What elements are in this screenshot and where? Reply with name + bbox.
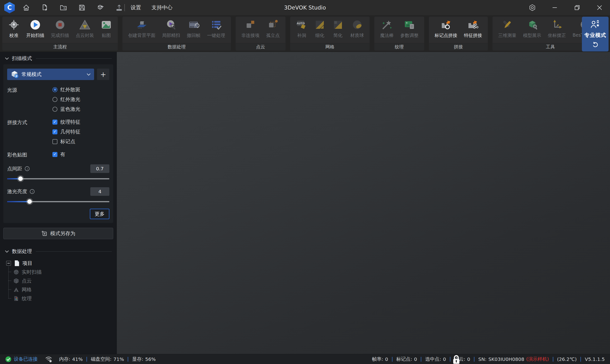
minimize-button[interactable]	[550, 3, 559, 12]
ribbon-item-marker-stitch[interactable]: 标记点拼接	[431, 19, 461, 39]
save-mode-as-button[interactable]: 模式另存为	[3, 228, 113, 239]
export-icon[interactable]	[115, 3, 123, 12]
finish-scan-icon	[54, 19, 66, 30]
material-ball-icon	[351, 19, 363, 30]
point-spacing-slider[interactable]	[7, 176, 109, 181]
checkbox-option-color-texture-on[interactable]: 有	[52, 151, 65, 158]
selected-point-count: 选中点: 0	[425, 356, 446, 362]
scan-mode-section-header[interactable]: 扫描模式	[0, 53, 117, 64]
new-project-icon[interactable]	[40, 3, 49, 12]
titlebar: C PJ 设置 支持中心 3DeVOK St	[0, 0, 610, 15]
ribbon-item-background-plane[interactable]: 创建背景平面	[125, 19, 159, 39]
scan-mode-dropdown[interactable]: P 常规模式	[7, 69, 94, 80]
scan-mode-card: P 常规模式 + 光源 红外散斑	[3, 64, 113, 223]
ribbon-item-one-click-process[interactable]: 一键处理	[204, 19, 229, 39]
radio	[52, 97, 57, 102]
tree-node-texture[interactable]: 纹理	[8, 294, 117, 303]
isolated-points-icon	[267, 19, 279, 30]
marker-count-value: 0	[414, 356, 417, 362]
collapse-expander-icon[interactable]	[6, 261, 11, 266]
laser-brightness-control: 激光亮度 i 4	[7, 187, 109, 204]
vram-label: 显存:	[132, 356, 143, 362]
ribbon-group-data-processing: 创建背景平面 局部精扫 撤回帧 一键处理 数据处理	[122, 17, 231, 51]
radio-option-infrared-laser[interactable]: 红外激光	[52, 96, 80, 103]
device-status-link[interactable]: 设备已连接	[14, 356, 38, 362]
slider-handle[interactable]	[18, 177, 23, 181]
disconnected-items-icon	[245, 19, 256, 30]
ribbon-item-pointcloud-wrap[interactable]: 点云封装	[72, 19, 97, 39]
background-plane-icon	[136, 19, 147, 30]
tree-node-mesh[interactable]: 网格	[8, 285, 117, 294]
pointcloud-wrap-icon	[79, 19, 91, 30]
ribbon-item-measure-3d[interactable]: 三维测量	[495, 19, 520, 39]
viewport-3d[interactable]	[117, 52, 610, 354]
ribbon-item-feature-stitch[interactable]: 特征拼接	[461, 19, 485, 39]
open-project-icon[interactable]: PJ	[59, 3, 68, 12]
laser-brightness-slider[interactable]	[7, 199, 109, 204]
ribbon-group-mesh: AUTO 补洞 细化 简化 材质球 网格	[290, 17, 370, 51]
ribbon-item-simplify[interactable]: 简化	[329, 19, 347, 39]
ribbon-item-refine[interactable]: 细化	[311, 19, 329, 39]
option-label: 纹理特征	[60, 119, 80, 125]
ribbon-group-label: 点云	[236, 43, 286, 51]
ribbon-item-isolated-points[interactable]: 孤立点	[263, 19, 283, 39]
ribbon-item-local-fine-scan[interactable]: 局部精扫	[159, 19, 183, 39]
save-icon[interactable]	[78, 3, 86, 12]
chevron-down-icon	[5, 250, 9, 253]
tree-node-pointcloud[interactable]: 点云	[8, 276, 117, 285]
ribbon-item-magic-wand[interactable]: 魔法棒	[377, 19, 397, 39]
ribbon-item-model-display[interactable]: 模型展示	[520, 19, 545, 39]
add-mode-button[interactable]: +	[97, 69, 109, 80]
radio-option-blue-laser[interactable]: 蓝色激光	[52, 106, 80, 112]
ribbon-item-material-ball[interactable]: 材质球	[347, 19, 367, 39]
serial-number: SN: SK03IU0H0808 (演示样机)	[478, 356, 549, 362]
titlebar-separator	[124, 4, 125, 11]
laser-brightness-value[interactable]: 4	[90, 187, 109, 196]
ribbon-item-coordinate-align[interactable]: 坐标摆正	[545, 19, 569, 39]
slider-handle[interactable]	[27, 199, 32, 204]
radio-option-infrared-speckle[interactable]: 红外散斑	[52, 86, 80, 93]
project-document-icon	[14, 260, 20, 266]
restore-button[interactable]	[573, 3, 581, 12]
checkbox-option-geometry-feature[interactable]: 几何特征	[52, 128, 80, 135]
color-texture-label: 彩色贴图	[7, 151, 52, 158]
section-title: 扫描模式	[12, 55, 32, 62]
data-processing-section-header[interactable]: 数据处理	[0, 246, 117, 257]
checkbox-option-texture-feature[interactable]: 纹理特征	[52, 119, 80, 125]
tree-connector	[8, 272, 11, 272]
ribbon-item-fill-holes[interactable]: AUTO 补洞	[293, 19, 311, 39]
checkbox	[52, 120, 57, 125]
ribbon-item-label: 补洞	[297, 32, 306, 39]
app-logo-icon: C	[4, 2, 15, 13]
ribbon-group-pointcloud: 非连接项 孤立点 点云	[236, 17, 286, 51]
ribbon-item-start-scan[interactable]: 开始扫描	[23, 19, 48, 39]
temperature: (26.2℃)	[557, 356, 577, 362]
ribbon-group-stitching: 标记点拼接 特征拼接 拼接	[429, 17, 488, 51]
ribbon-item-label: 一键处理	[207, 32, 225, 39]
more-button[interactable]: 更多	[90, 209, 109, 219]
ribbon-item-label: 校准	[9, 32, 18, 39]
checkbox-option-marker-points[interactable]: 标记点	[52, 138, 80, 145]
info-icon[interactable]: i	[29, 189, 35, 194]
info-icon[interactable]: i	[25, 166, 30, 171]
ribbon-item-param-adjust[interactable]: 参数调整	[397, 19, 422, 39]
home-icon[interactable]	[22, 3, 30, 12]
menu-support-center[interactable]: 支持中心	[152, 4, 172, 11]
preferences-gear-icon[interactable]	[528, 3, 537, 12]
vram-value: 56%	[145, 356, 156, 362]
tree-node-project[interactable]: 项目	[6, 259, 117, 268]
ribbon-item-finish-scan[interactable]: 完成扫描	[48, 19, 72, 39]
close-button[interactable]	[595, 3, 604, 12]
tree-node-realtime-scan[interactable]: 实时扫描	[8, 268, 117, 276]
point-spacing-value[interactable]: 0.7	[90, 164, 109, 173]
ribbon-item-texture-map[interactable]: 贴图	[97, 19, 115, 39]
menu-settings[interactable]: 设置	[130, 4, 141, 11]
wifi-settings-icon[interactable]	[45, 356, 53, 363]
pro-mode-button[interactable]: 专业模式	[582, 17, 609, 52]
ribbon-item-calibrate[interactable]: 校准	[5, 19, 23, 39]
selected-point-label: 选中点:	[425, 356, 441, 362]
import-model-icon[interactable]	[96, 3, 105, 12]
ribbon-item-disconnected-items[interactable]: 非连接项	[238, 19, 263, 39]
ribbon-item-undo-frame[interactable]: 撤回帧	[183, 19, 204, 39]
option-label: 红外散斑	[60, 86, 80, 93]
